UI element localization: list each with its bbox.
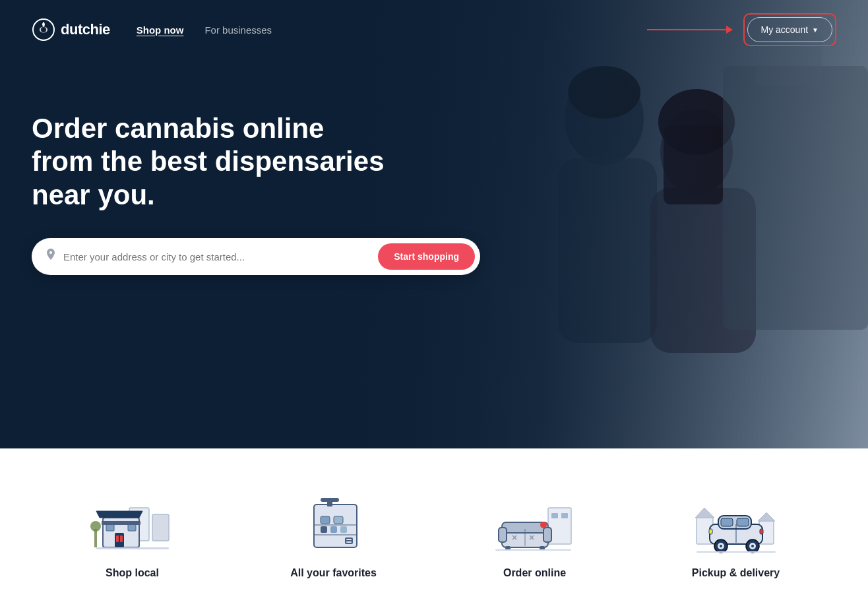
navbar: dutchie Shop now For businesses My accou…	[0, 0, 868, 59]
svg-point-67	[751, 545, 754, 547]
svg-rect-18	[116, 536, 119, 542]
svg-marker-54	[695, 508, 714, 518]
svg-point-49	[540, 522, 547, 528]
svg-rect-28	[314, 534, 357, 536]
svg-rect-29	[321, 516, 330, 524]
svg-rect-70	[697, 551, 776, 553]
svg-rect-33	[340, 526, 347, 533]
svg-rect-36	[345, 537, 353, 544]
feature-shop-local: Shop local	[60, 488, 205, 579]
shop-now-link[interactable]: Shop now	[137, 24, 184, 36]
svg-rect-19	[120, 536, 123, 542]
svg-rect-27	[314, 524, 357, 526]
logo[interactable]: dutchie	[32, 18, 110, 42]
my-account-button[interactable]: My account ▼	[747, 17, 833, 42]
svg-rect-23	[96, 547, 169, 549]
svg-marker-16	[96, 511, 142, 518]
nav-links: Shop now For businesses	[137, 24, 647, 36]
svg-rect-45	[543, 528, 551, 542]
arrow-head	[726, 26, 733, 34]
svg-text:×: ×	[529, 532, 534, 543]
my-account-label: My account	[761, 24, 809, 35]
svg-point-64	[720, 545, 722, 547]
hero-title: Order cannabis online from the best disp…	[32, 112, 390, 212]
order-online-icon: × ×	[492, 488, 578, 554]
all-favorites-label: All your favorites	[290, 567, 377, 579]
svg-rect-22	[102, 521, 140, 525]
svg-rect-40	[551, 513, 558, 518]
hero-section: dutchie Shop now For businesses My accou…	[0, 0, 868, 448]
svg-rect-41	[561, 513, 568, 518]
svg-rect-24	[94, 529, 97, 547]
svg-rect-52	[495, 549, 571, 551]
svg-rect-59	[721, 518, 733, 526]
svg-rect-68	[709, 529, 712, 534]
all-favorites-icon	[291, 488, 377, 554]
svg-rect-21	[128, 524, 136, 531]
annotation-arrow	[647, 26, 733, 34]
feature-pickup-delivery: Pickup & delivery	[664, 488, 809, 579]
feature-all-favorites: All your favorites	[261, 488, 406, 579]
svg-rect-30	[334, 516, 343, 524]
nav-right: My account ▼	[647, 13, 837, 46]
pickup-delivery-label: Pickup & delivery	[692, 567, 780, 579]
features-section: Shop local All your favorites	[0, 448, 868, 612]
svg-rect-38	[346, 541, 352, 543]
svg-rect-60	[737, 518, 749, 526]
svg-rect-31	[321, 526, 327, 533]
svg-rect-44	[499, 528, 507, 542]
brand-name: dutchie	[61, 21, 110, 38]
start-shopping-button[interactable]: Start shopping	[378, 243, 475, 270]
order-online-label: Order online	[503, 567, 566, 579]
svg-rect-14	[152, 514, 169, 541]
hero-content: Order cannabis online from the best disp…	[0, 59, 422, 275]
svg-rect-35	[321, 498, 339, 502]
svg-rect-37	[346, 539, 352, 540]
svg-point-12	[41, 27, 46, 32]
feature-order-online: × × Order online	[462, 488, 607, 579]
arrow-line	[647, 29, 726, 30]
chevron-down-icon: ▼	[812, 26, 819, 34]
svg-rect-20	[106, 524, 114, 531]
search-bar: Start shopping	[32, 238, 480, 275]
pickup-delivery-icon	[693, 488, 779, 554]
my-account-highlight-box: My account ▼	[743, 13, 837, 46]
dutchie-logo-icon	[32, 18, 55, 42]
shop-local-label: Shop local	[106, 567, 159, 579]
svg-text:×: ×	[512, 532, 517, 543]
shop-local-icon	[90, 488, 175, 554]
address-search-input[interactable]	[63, 251, 378, 262]
svg-rect-69	[760, 529, 763, 534]
svg-rect-32	[330, 526, 337, 533]
svg-point-25	[90, 521, 101, 532]
svg-marker-56	[758, 512, 775, 521]
location-icon	[45, 249, 57, 265]
for-businesses-link[interactable]: For businesses	[204, 24, 272, 36]
